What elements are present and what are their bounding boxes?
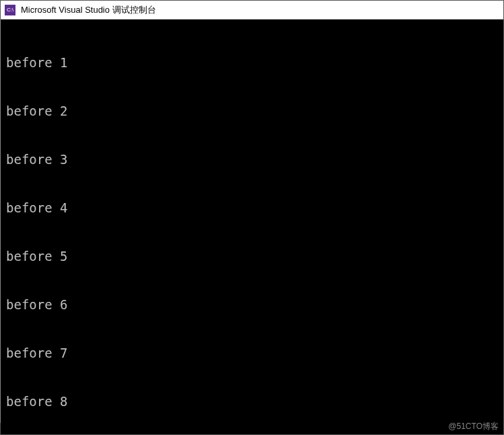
console-line: before 3 <box>6 151 503 167</box>
console-line: before 2 <box>6 103 503 119</box>
app-icon-text: C:\ <box>7 7 13 13</box>
console-line: before 7 <box>6 345 503 361</box>
visual-studio-console-icon: C:\ <box>5 5 15 15</box>
console-line: before 6 <box>6 296 503 313</box>
console-line: before 5 <box>6 248 503 264</box>
titlebar[interactable]: C:\ Microsoft Visual Studio 调试控制台 <box>1 1 503 19</box>
console-line: before 8 <box>6 393 503 409</box>
console-window: C:\ Microsoft Visual Studio 调试控制台 before… <box>0 0 504 435</box>
console-output[interactable]: before 1 before 2 before 3 before 4 befo… <box>1 19 503 434</box>
console-line: before 1 <box>6 54 503 71</box>
watermark-text: @51CTO博客 <box>448 421 499 432</box>
window-title: Microsoft Visual Studio 调试控制台 <box>21 4 156 16</box>
console-line: before 4 <box>6 200 503 216</box>
